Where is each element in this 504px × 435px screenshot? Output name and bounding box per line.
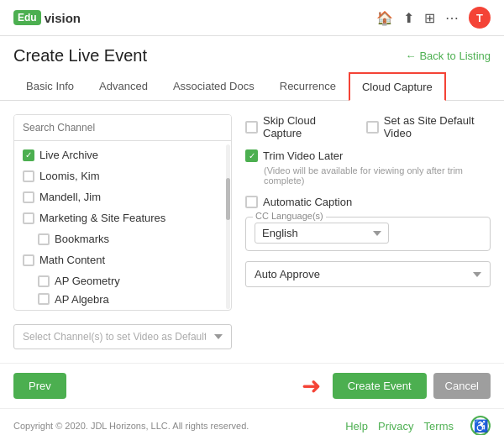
trim-video-option[interactable]: Trim Video Later [245, 149, 343, 162]
tab-recurrence[interactable]: Recurrence [267, 72, 349, 101]
channel-item-loomis[interactable]: Loomis, Kim [14, 165, 231, 186]
footer-privacy-link[interactable]: Privacy [378, 420, 414, 432]
cancel-button[interactable]: Cancel [433, 373, 491, 399]
set-site-default-checkbox[interactable] [366, 121, 379, 134]
automatic-caption-option[interactable]: Automatic Caption [245, 196, 352, 208]
btn-right-group: ➜ Create Event Cancel [302, 372, 491, 400]
channel-label-bookmarks: Bookmarks [55, 233, 109, 245]
channel-checkbox-ap-geometry[interactable] [38, 275, 50, 287]
channel-checkbox-math[interactable] [23, 254, 34, 266]
header: Edu vision 🏠 ⬆ ⊞ ⋯ T [0, 0, 504, 36]
trim-video-label: Trim Video Later [263, 149, 343, 162]
skip-cloud-capture-checkbox[interactable] [245, 121, 258, 134]
default-channel-select[interactable]: Select Channel(s) to set Video as Defaul… [13, 324, 232, 349]
auto-caption-row: Automatic Caption [245, 196, 491, 208]
channel-label-live-archive: Live Archive [39, 149, 98, 161]
trim-note: (Video will be available for viewing onl… [264, 165, 491, 186]
arrow-right-icon: ➜ [302, 372, 321, 400]
trim-video-checkbox[interactable] [245, 149, 258, 162]
more-icon[interactable]: ⋯ [445, 10, 459, 26]
default-channel-select-wrap: Select Channel(s) to set Video as Defaul… [13, 324, 491, 349]
channel-panel-wrap: Live Archive Loomis, Kim Mandell, Jim Ma… [13, 114, 232, 311]
channel-checkbox-ap-algebra[interactable] [38, 293, 50, 305]
channel-label-ap-geometry: AP Geometry [55, 275, 120, 287]
channel-label-marketing: Marketing & Site Features [39, 212, 165, 224]
tabs: Basic Info Advanced Associated Docs Recu… [0, 72, 504, 101]
header-icons: 🏠 ⬆ ⊞ ⋯ T [376, 7, 491, 29]
default-channel-wrap: Select Channel(s) to set Video as Defaul… [0, 324, 504, 359]
channel-panel: Live Archive Loomis, Kim Mandell, Jim Ma… [13, 114, 232, 311]
search-channel-input[interactable] [14, 115, 231, 141]
skip-cloud-capture-label: Skip Cloud Capture [263, 114, 346, 139]
channel-checkbox-marketing[interactable] [23, 212, 34, 224]
grid-icon[interactable]: ⊞ [424, 10, 435, 26]
accessibility-icon[interactable]: ♿ [470, 416, 491, 435]
back-arrow-icon: ← [405, 50, 416, 62]
scrollbar-thumb[interactable] [226, 178, 230, 220]
channel-label-math: Math Content [39, 254, 105, 266]
channel-checkbox-bookmarks[interactable] [38, 233, 50, 245]
tab-basic-info[interactable]: Basic Info [13, 72, 87, 101]
prev-button[interactable]: Prev [13, 373, 66, 399]
logo-text: vision [45, 11, 81, 25]
channel-item-mandell[interactable]: Mandell, Jim [14, 186, 231, 207]
back-link-label: Back to Listing [419, 50, 491, 62]
channel-checkbox-live-archive[interactable] [23, 149, 34, 161]
channel-label-loomis: Loomis, Kim [39, 170, 100, 182]
channel-item-math[interactable]: Math Content [14, 249, 231, 270]
automatic-caption-checkbox[interactable] [245, 196, 258, 208]
channel-item-bookmarks[interactable]: Bookmarks [14, 228, 231, 249]
channel-checkbox-mandell[interactable] [23, 191, 34, 203]
page-title-row: Create Live Event ← Back to Listing [0, 36, 504, 72]
tab-cloud-capture[interactable]: Cloud Capture [349, 72, 446, 101]
set-site-default-label: Set as Site Default Video [384, 114, 491, 139]
bottom-bar: Prev ➜ Create Event Cancel [0, 363, 504, 408]
channel-checkbox-loomis[interactable] [23, 170, 34, 182]
logo: Edu vision [13, 10, 81, 25]
automatic-caption-label: Automatic Caption [263, 196, 352, 208]
channel-item-live-archive[interactable]: Live Archive [14, 144, 231, 165]
upload-icon[interactable]: ⬆ [403, 10, 414, 26]
avatar[interactable]: T [469, 7, 491, 29]
scrollbar-track [226, 144, 230, 309]
tab-advanced[interactable]: Advanced [87, 72, 160, 101]
tab-associated-docs[interactable]: Associated Docs [160, 72, 267, 101]
set-site-default-option[interactable]: Set as Site Default Video [366, 114, 491, 139]
approve-select[interactable]: Auto Approve Manual Approve [245, 261, 491, 287]
approve-select-wrap: Auto Approve Manual Approve [245, 261, 491, 287]
cc-language-label: CC Language(s) [253, 211, 326, 221]
trim-video-row: Trim Video Later [245, 149, 491, 162]
footer-copyright: Copyright © 2020. JDL Horizons, LLC. All… [13, 421, 249, 431]
page-title: Create Live Event [13, 46, 147, 66]
channel-label-ap-algebra: AP Algebra [55, 293, 109, 306]
back-to-listing-link[interactable]: ← Back to Listing [405, 50, 491, 62]
footer: Copyright © 2020. JDL Horizons, LLC. All… [0, 408, 504, 435]
main-content: Live Archive Loomis, Kim Mandell, Jim Ma… [0, 101, 504, 324]
skip-cloud-capture-option[interactable]: Skip Cloud Capture [245, 114, 346, 139]
channel-label-mandell: Mandell, Jim [39, 191, 101, 203]
cc-language-group: CC Language(s) English Spanish French Ge… [245, 217, 491, 251]
home-icon[interactable]: 🏠 [376, 10, 393, 26]
channel-item-marketing[interactable]: Marketing & Site Features [14, 207, 231, 228]
footer-help-link[interactable]: Help [345, 420, 368, 432]
option-row-1: Skip Cloud Capture Set as Site Default V… [245, 114, 491, 139]
footer-terms-link[interactable]: Terms [424, 420, 454, 432]
right-panel: Skip Cloud Capture Set as Site Default V… [245, 114, 491, 311]
cc-language-select[interactable]: English Spanish French German [255, 223, 389, 244]
channel-item-ap-geometry[interactable]: AP Geometry [14, 270, 231, 291]
channel-item-ap-algebra[interactable]: AP Algebra [14, 291, 231, 307]
logo-icon: Edu [13, 10, 41, 25]
channel-list: Live Archive Loomis, Kim Mandell, Jim Ma… [14, 141, 231, 310]
create-event-button[interactable]: Create Event [333, 373, 427, 399]
